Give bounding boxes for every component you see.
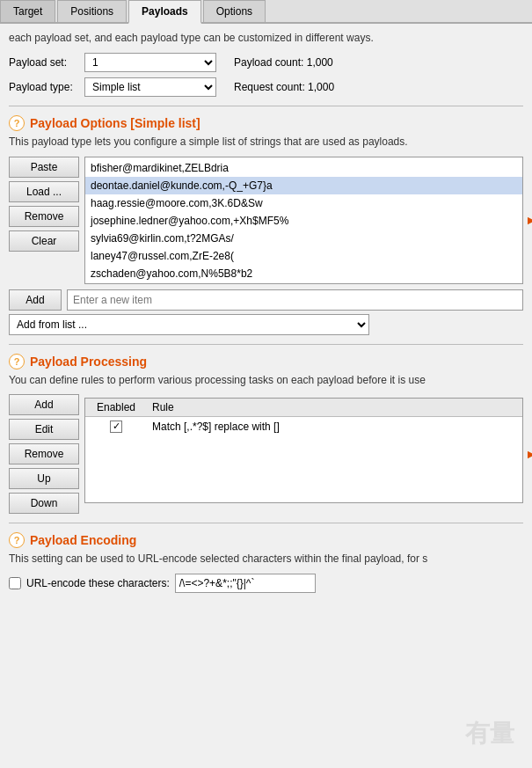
payload-options-section: ? Payload Options [Simple list] This pay… [9,115,523,335]
payload-list-box[interactable]: bfisher@mardikinet,ZELBdriadeontae.danie… [84,157,523,284]
payload-count-value: 1,000 [307,56,333,69]
payload-processing-header: ? Payload Processing [9,354,523,369]
add-item-input[interactable] [67,289,523,311]
payload-encoding-title: Payload Encoding [30,533,136,547]
list-item[interactable]: zschaden@yahoo.com,N%5B8*b2 [85,265,522,282]
payload-count-label: Payload count: [234,56,303,69]
tab-positions[interactable]: Positions [57,0,127,22]
payload-count-info: Payload count: 1,000 [234,56,333,69]
col-header-enabled: Enabled [85,399,147,417]
tab-payloads[interactable]: Payloads [128,0,201,24]
processing-table: Enabled Rule ✓Match [,.*?$] replace with… [85,399,522,435]
payload-encoding-help-icon[interactable]: ? [9,532,25,548]
list-item[interactable]: deontae.daniel@kunde.com,-Q_+G7}a [85,177,522,194]
url-encode-checkbox[interactable] [9,577,21,589]
payload-processing-help-icon[interactable]: ? [9,354,25,369]
payload-options-title: Payload Options [Simple list] [30,116,200,130]
payload-set-select[interactable]: 1 2 [84,53,216,72]
tab-options[interactable]: Options [203,0,266,22]
processing-table-body: ✓Match [,.*?$] replace with [] [85,417,522,435]
url-encode-label: URL-encode these characters: [26,577,170,589]
add-item-button[interactable]: Add [9,289,62,311]
list-item[interactable]: bfisher@mardikinet,ZELBdria [85,159,522,177]
clear-button[interactable]: Clear [9,230,79,252]
col-header-rule: Rule [147,399,522,417]
payload-set-label: Payload set: [9,56,79,69]
processing-up-button[interactable]: Up [9,468,79,489]
add-from-list-row: Add from list ... [9,314,523,335]
watermark: 有量 [465,717,514,750]
payload-processing-desc: You can define rules to perform various … [9,373,523,388]
payload-encoding-header: ? Payload Encoding [9,532,523,548]
processing-table-container: Enabled Rule ✓Match [,.*?$] replace with… [84,398,523,503]
rule-text-cell: Match [,.*?$] replace with [] [147,417,522,435]
scroll-right-arrow: ► [525,213,532,227]
table-row[interactable]: ✓Match [,.*?$] replace with [] [85,417,522,435]
list-item[interactable]: haag.ressie@moore.com,3K.6D&Sw [85,194,522,212]
payload-options-header: ? Payload Options [Simple list] [9,115,523,131]
list-item[interactable]: aric31@yahoo.com,Ez)N?2fa [85,282,522,284]
add-from-list-select[interactable]: Add from list ... [9,314,369,335]
request-count-info: Request count: 1,000 [234,81,334,93]
processing-remove-button[interactable]: Remove [9,443,79,464]
load-button[interactable]: Load ... [9,181,79,202]
divider-2 [9,344,523,345]
processing-body: Add Edit Remove Up Down Enabled Rule [9,394,523,514]
paste-button[interactable]: Paste [9,157,79,178]
payload-options-body: Paste Load ... Remove Clear bfisher@mard… [9,157,523,284]
rule-enabled-cell: ✓ [85,417,147,435]
list-item[interactable]: laney47@russel.com,ZrE-2e8( [85,247,522,265]
rule-enabled-checkbox[interactable]: ✓ [110,421,122,433]
request-count-label: Request count: [234,81,305,93]
processing-down-button[interactable]: Down [9,493,79,514]
divider-3 [9,523,523,523]
payload-processing-title: Payload Processing [30,355,147,369]
tab-bar: Target Positions Payloads Options [0,0,532,24]
divider-1 [9,106,523,106]
intro-text: each payload set, and each payload type … [9,31,523,46]
payload-type-row: Payload type: Simple list Runtime file C… [9,77,523,97]
payload-type-label: Payload type: [9,81,79,93]
request-count-value: 1,000 [308,81,334,93]
tab-target[interactable]: Target [0,0,55,22]
payload-list-buttons: Paste Load ... Remove Clear [9,157,79,284]
processing-table-wrapper: Enabled Rule ✓Match [,.*?$] replace with… [84,394,523,514]
processing-table-header: Enabled Rule [85,399,522,417]
list-item[interactable]: sylvia69@kirlin.com,t?2MGAs/ [85,230,522,247]
payload-encoding-section: ? Payload Encoding This setting can be u… [9,532,523,593]
list-item[interactable]: josephine.ledner@yahoo.com,+Xh$MF5% [85,212,522,230]
payload-list-wrapper: bfisher@mardikinet,ZELBdriadeontae.danie… [84,157,523,284]
payload-options-help-icon[interactable]: ? [9,115,25,131]
processing-scroll-arrow: ► [525,447,532,461]
processing-add-button[interactable]: Add [9,394,79,415]
processing-buttons: Add Edit Remove Up Down [9,394,79,514]
payload-set-row: Payload set: 1 2 Payload count: 1,000 [9,53,523,72]
remove-button[interactable]: Remove [9,206,79,227]
payload-encoding-desc: This setting can be used to URL-encode s… [9,552,523,567]
processing-edit-button[interactable]: Edit [9,419,79,440]
payload-list-inner: bfisher@mardikinet,ZELBdriadeontae.danie… [85,157,522,284]
payload-type-select[interactable]: Simple list Runtime file Custom iterator… [84,77,216,97]
url-encode-characters-input[interactable] [175,574,316,593]
payload-processing-section: ? Payload Processing You can define rule… [9,354,523,515]
main-content: each payload set, and each payload type … [0,24,532,603]
encoding-row: URL-encode these characters: [9,574,523,593]
add-item-row: Add [9,289,523,311]
payload-options-desc: This payload type lets you configure a s… [9,135,523,150]
